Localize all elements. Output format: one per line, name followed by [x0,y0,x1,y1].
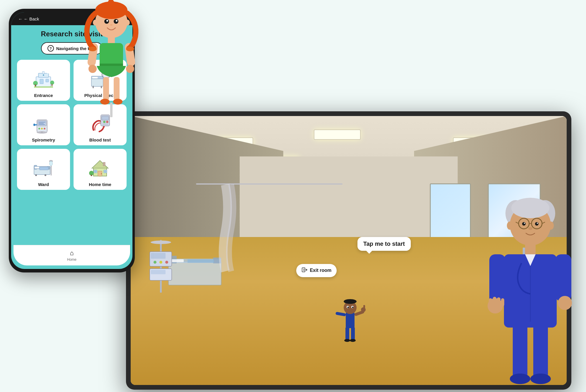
svg-point-156 [558,296,572,310]
svg-point-38 [103,121,105,123]
girl-character-svg [79,0,144,116]
svg-point-49 [50,161,52,166]
phone-bottom-bar: ⌂ Home [13,245,130,265]
svg-point-160 [530,374,551,384]
svg-rect-87 [346,312,355,328]
svg-rect-64 [91,175,92,176]
svg-rect-157 [513,325,527,377]
svg-rect-37 [102,116,109,120]
svg-point-96 [344,339,350,342]
svg-point-31 [38,128,40,129]
svg-point-107 [95,1,127,19]
svg-rect-40 [102,124,108,125]
svg-rect-65 [99,175,102,177]
svg-rect-153 [497,297,500,307]
blood-test-label: Blood test [89,137,111,142]
svg-rect-94 [345,327,349,340]
svg-point-32 [41,128,43,129]
svg-point-125 [113,99,122,105]
svg-point-144 [507,221,513,230]
svg-rect-46 [40,167,48,170]
svg-rect-155 [555,254,571,301]
svg-point-124 [100,99,110,105]
svg-rect-35 [41,132,43,133]
svg-rect-30 [33,124,35,126]
svg-rect-149 [489,254,505,304]
svg-rect-99 [335,312,346,316]
svg-point-71 [159,261,162,264]
svg-rect-158 [533,325,548,377]
tap-start-label: Tap me to start [363,241,405,247]
svg-rect-86 [196,183,343,185]
back-arrow-icon: ← [18,16,23,21]
girl-character [79,0,144,116]
svg-point-133 [511,198,549,218]
home-time-label: Home time [89,182,111,187]
grid-item-entrance[interactable]: + [17,60,70,101]
svg-point-97 [350,339,356,342]
svg-text:+: + [43,74,45,77]
svg-point-92 [347,307,349,308]
svg-point-39 [106,121,108,123]
svg-rect-9 [52,84,52,86]
guide-character[interactable] [335,289,365,347]
svg-point-13 [45,70,50,73]
svg-point-140 [535,222,539,226]
svg-point-72 [165,261,168,264]
svg-rect-69 [151,253,166,259]
help-circle-icon: ? [47,45,54,52]
svg-rect-128 [110,103,113,117]
svg-point-111 [116,20,117,22]
svg-rect-62 [103,162,105,166]
svg-point-51 [45,174,46,176]
svg-point-55 [101,173,102,174]
oldlady-character-svg [475,187,586,392]
svg-point-113 [93,20,98,25]
spirometry-label: Spirometry [32,137,55,142]
svg-point-70 [154,261,156,264]
ward-label: Ward [38,182,49,187]
window-right-2 [430,183,471,242]
tap-start-bubble[interactable]: Tap me to start [357,237,411,251]
ceiling-light-2 [314,129,361,140]
ward-icon [32,156,55,180]
svg-point-142 [537,223,538,224]
grid-item-spirometry[interactable]: Spirometry [17,104,70,145]
svg-rect-1 [40,79,43,84]
curtain-rail [196,183,343,271]
svg-rect-45 [35,167,39,168]
svg-point-114 [125,20,130,25]
equipment-left-svg [144,240,179,304]
svg-point-33 [44,128,45,129]
home-label: Home [67,258,76,262]
svg-point-50 [35,174,37,176]
svg-rect-154 [501,298,504,306]
back-label: ← Back [24,16,39,21]
svg-rect-74 [151,270,166,274]
svg-point-93 [352,307,354,308]
svg-rect-101 [363,305,365,310]
svg-point-120 [88,65,97,73]
oldlady-character [475,187,586,392]
svg-point-112 [110,24,113,26]
svg-rect-2 [46,79,49,82]
svg-rect-122 [103,77,109,100]
grid-item-home-time[interactable]: Home time [74,149,127,190]
home-time-icon [88,156,112,180]
svg-point-67 [151,241,171,244]
svg-rect-117 [100,64,123,66]
home-icon[interactable]: ⌂ [70,249,74,257]
svg-point-89 [344,299,357,304]
back-button[interactable]: ← ← Back [18,16,39,21]
svg-point-143 [528,227,532,230]
svg-point-159 [510,374,530,384]
entrance-label: Entrance [34,93,53,98]
svg-rect-123 [114,77,120,100]
spirometry-icon [32,112,55,135]
svg-point-110 [106,20,108,22]
svg-point-145 [548,221,554,230]
entrance-icon: + [32,67,55,91]
svg-point-126 [88,47,97,51]
svg-point-127 [126,47,134,51]
grid-item-ward[interactable]: Ward [17,149,70,190]
